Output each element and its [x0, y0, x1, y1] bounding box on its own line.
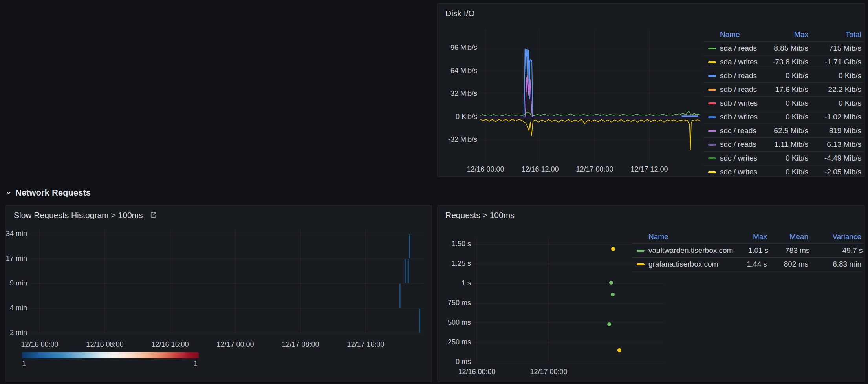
series-color-swatch [708, 61, 716, 63]
y-axis-label: 250 ms [448, 338, 471, 346]
scatter-point [611, 293, 615, 296]
legend-row[interactable]: sdc / writes0 Kib/s-2.05 Mib/s [703, 165, 863, 177]
y-axis-label: -32 Mib/s [448, 135, 477, 143]
legend-value-total: 0 Kib/s [808, 71, 861, 80]
legend-header-mean[interactable]: Mean [767, 232, 808, 241]
x-axis-label: 12/16 00:00 [458, 368, 495, 376]
chevron-down-icon[interactable] [5, 190, 12, 196]
legend-series-name[interactable]: sdb / writes [720, 113, 761, 121]
legend-row[interactable]: sdb / writes0 Kib/s-1.02 Mib/s [703, 110, 863, 124]
legend-row[interactable]: vaultwarden.tiserbox.com1.01 s783 ms49.7… [632, 244, 863, 258]
heatmap-cell [419, 309, 420, 333]
section-title[interactable]: Network Requests [15, 188, 91, 198]
legend-value-max: 1.44 s [732, 260, 767, 269]
series-color-swatch [708, 157, 716, 159]
legend-series-name[interactable]: sdc / reads [720, 126, 761, 135]
legend-value-max: 8.85 Mib/s [761, 44, 808, 53]
legend-swatch-placeholder [708, 34, 716, 36]
section-header-network-requests[interactable]: Network Requests [5, 187, 91, 198]
legend-series-name[interactable]: sdc / reads [720, 140, 761, 149]
series-color-swatch [708, 89, 716, 91]
series-color-swatch [708, 116, 716, 118]
legend-value-max: 17.6 Kib/s [761, 85, 808, 94]
legend-value-total: 0 Kib/s [808, 99, 861, 108]
y-axis-label: 4 min [10, 304, 27, 312]
y-axis-label: 2 min [10, 329, 27, 336]
x-axis-label: 12/17 00:00 [530, 368, 567, 376]
scatter-point [607, 322, 611, 326]
legend-header-total[interactable]: Total [808, 30, 861, 39]
x-axis-label: 12/16 12:00 [521, 165, 559, 173]
legend-series-name[interactable]: sda / writes [720, 58, 761, 66]
legend-header-name[interactable]: Name [648, 232, 732, 241]
x-axis-label: 12/16 00:00 [21, 340, 58, 348]
legend-value-max: 0 Kib/s [761, 99, 808, 108]
series-color-swatch [708, 102, 716, 104]
y-axis-label: 96 Mib/s [450, 44, 477, 51]
y-axis-label: 32 Mib/s [450, 90, 477, 97]
legend-row[interactable]: sdb / writes0 Kib/s0 Kib/s [703, 97, 863, 110]
y-axis-label: 1.25 s [452, 260, 471, 267]
y-axis-label: 750 ms [448, 299, 471, 307]
legend-series-name[interactable]: sda / reads [720, 44, 761, 53]
legend-series-name[interactable]: vaultwarden.tiserbox.com [648, 246, 733, 255]
dashboard-canvas: Disk I/O 96 Mib/s64 Mib/s32 Mib/s0 Kib/s… [0, 0, 868, 384]
legend-value-total: 819 Mib/s [808, 126, 861, 135]
color-scale-max-label: 1 [194, 360, 198, 368]
legend-value-total: -1.71 Gib/s [808, 58, 861, 66]
legend-header-max[interactable]: Max [761, 30, 808, 39]
legend-row[interactable]: sdc / writes0 Kib/s-4.49 Mib/s [703, 152, 863, 165]
y-axis-label: 1 s [461, 279, 471, 287]
y-axis-label: 1.50 s [452, 240, 471, 248]
legend-row[interactable]: sda / reads8.85 Mib/s715 Mib/s [703, 42, 863, 55]
legend-header-max[interactable]: Max [732, 232, 767, 241]
panel-disk-io: Disk I/O 96 Mib/s64 Mib/s32 Mib/s0 Kib/s… [437, 3, 865, 177]
legend-value-total: -2.05 Mib/s [808, 168, 861, 176]
legend-value-max: 0 Kib/s [761, 71, 808, 80]
y-axis-label: 9 min [10, 279, 27, 287]
legend-series-name[interactable]: sdb / writes [720, 99, 761, 108]
legend-row[interactable]: grafana.tiserbox.com1.44 s802 ms6.83 min [632, 258, 863, 271]
series-color-swatch [708, 130, 716, 132]
series-line [480, 111, 700, 116]
x-axis-label: 12/16 00:00 [467, 165, 504, 173]
legend-row[interactable]: sdb / reads0 Kib/s0 Kib/s [703, 69, 863, 83]
legend-swatch-placeholder [637, 236, 645, 238]
series-color-swatch [708, 171, 716, 173]
legend-value-variance: 6.83 min [808, 260, 861, 269]
legend-series-name[interactable]: sdb / reads [720, 85, 761, 94]
legend-value-total: 22.2 Kib/s [808, 85, 861, 94]
legend-series-name[interactable]: grafana.tiserbox.com [648, 260, 732, 269]
x-axis-label: 12/17 16:00 [347, 340, 384, 348]
x-axis-label: 12/17 00:00 [576, 165, 613, 173]
x-axis-label: 12/17 00:00 [216, 340, 254, 348]
y-axis-label: 34 min [6, 230, 27, 238]
legend-series-name[interactable]: sdc / writes [720, 154, 761, 163]
legend-value-total: 6.13 Mib/s [808, 140, 861, 149]
legend-row[interactable]: sdc / reads1.11 Mib/s6.13 Mib/s [703, 138, 863, 152]
y-axis-label: 0 Kib/s [456, 113, 477, 121]
y-axis-label: 17 min [6, 254, 27, 262]
legend-header-variance[interactable]: Variance [808, 232, 861, 241]
legend-series-name[interactable]: sdb / reads [720, 71, 761, 80]
legend-value-max: 0 Kib/s [761, 154, 808, 163]
series-color-swatch [708, 75, 716, 77]
legend-header-name[interactable]: Name [720, 30, 761, 39]
legend-value-total: -1.02 Mib/s [808, 113, 861, 121]
disk-io-legend-table: NameMaxTotalsda / reads8.85 Mib/s715 Mib… [703, 28, 863, 177]
legend-value-max: 1.11 Mib/s [761, 140, 808, 149]
legend-header-row: NameMaxTotal [703, 28, 863, 42]
scatter-point [609, 281, 613, 285]
legend-row[interactable]: sda / writes-73.8 Kib/s-1.71 Gib/s [703, 55, 863, 69]
series-color-swatch [708, 144, 716, 146]
series-color-swatch [637, 263, 645, 265]
legend-row[interactable]: sdc / reads62.5 Mib/s819 Mib/s [703, 124, 863, 138]
heatmap-cell [399, 284, 401, 308]
heatmap-color-scale [22, 352, 199, 358]
series-line [480, 119, 700, 150]
legend-series-name[interactable]: sdc / writes [720, 168, 761, 176]
scatter-point [617, 348, 621, 352]
legend-row[interactable]: sdb / reads17.6 Kib/s22.2 Kib/s [703, 83, 863, 97]
series-line [525, 75, 533, 117]
panel-slow-requests-histogram: Slow Requests Histogram > 100ms 34 min17… [5, 205, 432, 382]
